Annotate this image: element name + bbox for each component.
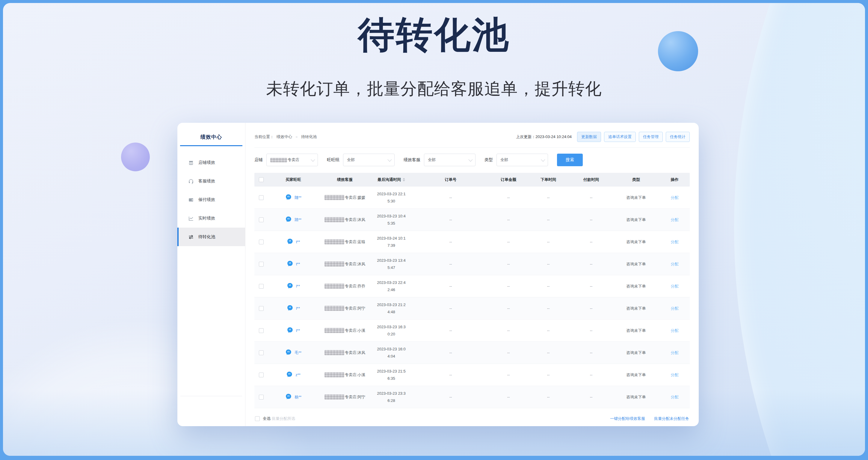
last-contact-time: 2023-03-23 16:04:04 [376,346,406,360]
chart-icon [188,216,194,221]
batch-assign-unassigned-link[interactable]: 批量分配未分配任务 [654,416,689,421]
wangwang-icon [286,371,293,379]
agent-name: 专卖店:小溪 [345,328,366,333]
agent-cell: 专卖店:沐风 [318,261,371,267]
row-checkbox[interactable] [259,395,264,399]
assign-link[interactable]: 分配 [671,306,679,311]
sidebar-item-payment-performance[interactable]: 催付绩效 [177,191,245,209]
buyer-link[interactable]: 杨** [285,393,302,401]
sort-icon[interactable] [403,178,405,182]
row-checkbox[interactable] [259,328,264,333]
order-time-cell-value: -- [547,372,550,377]
select-all-label[interactable]: 全选 [263,416,271,421]
search-button[interactable]: 搜索 [557,154,583,166]
table-row: t**专卖店:沐风2023-03-23 13:45:47--------咨询未下… [254,253,690,275]
pay-time-cell-value: -- [590,284,593,288]
breadcrumb-parent[interactable]: 绩效中心 [277,134,292,139]
filter-select-type[interactable]: 全部 [496,154,548,166]
type-value: 咨询未下单 [626,372,646,377]
chevron-down-icon [541,158,545,162]
type-cell: 咨询未下单 [613,261,659,267]
buyer-link[interactable]: z** [286,371,301,379]
page-subtitle: 未转化订单，批量分配给客服追单，提升转化 [3,78,865,100]
type-value: 咨询未下单 [626,328,646,333]
buyer-link[interactable]: 随** [285,194,302,201]
row-checkbox[interactable] [259,195,264,200]
buyer-link[interactable]: 毛** [285,349,302,356]
order-no-cell: -- [411,372,490,377]
filter-label-wangwang-group: 旺旺组 [327,157,339,163]
agent-name: 专卖店:沐风 [345,217,366,223]
column-header[interactable]: 最后沟通时间 [371,177,411,183]
action-cell: 分配 [659,306,690,311]
table-row: l**专卖店:阿宁2023-03-23 21:24:48--------咨询未下… [254,297,690,320]
order-amount-cell: -- [490,306,527,310]
order-no-cell-value: -- [450,284,452,288]
row-checkbox[interactable] [259,218,264,222]
type-cell: 咨询未下单 [613,217,659,223]
action-cell: 分配 [659,195,690,200]
task-statistics-button[interactable]: 任务统计 [666,132,690,142]
row-checkbox[interactable] [259,262,264,266]
censored-text [324,350,344,355]
row-checkbox[interactable] [259,372,264,377]
order-amount-cell-value: -- [507,328,510,333]
assign-to-agents-link[interactable]: 一键分配给绩效客服 [610,416,645,421]
assign-link[interactable]: 分配 [671,350,679,356]
wangwang-icon [287,260,293,268]
follow-up-script-settings-button[interactable]: 追单话术设置 [604,132,636,142]
sidebar-item-service-performance[interactable]: 客服绩效 [177,172,245,191]
buyer-cell: 踏** [268,216,318,223]
pay-time-cell-value: -- [590,218,593,222]
assign-link[interactable]: 分配 [671,394,679,400]
buyer-link[interactable]: t** [287,327,300,334]
sidebar-item-shop-performance[interactable]: 店铺绩效 [177,153,245,172]
buyer-cell: z** [268,371,318,379]
filter-group-service-agent: 绩效客服全部 [404,154,475,166]
assign-link[interactable]: 分配 [671,372,679,377]
row-checkbox[interactable] [259,239,264,244]
type-value: 咨询未下单 [626,350,646,356]
assign-link[interactable]: 分配 [671,195,679,200]
buyer-link[interactable]: l** [287,283,300,290]
batch-assign-selected[interactable]: 批量分配所选 [272,416,295,421]
buyer-link[interactable]: 踏** [285,216,302,223]
order-no-cell: -- [411,195,490,200]
assign-link[interactable]: 分配 [671,328,679,333]
column-header-label: 订单号 [445,177,457,183]
footer-right: 一键分配给绩效客服 批量分配未分配任务 [610,416,689,421]
row-checkbox[interactable] [259,284,264,289]
header-checkbox-cell[interactable] [254,177,268,182]
row-checkbox-cell [254,306,268,311]
sidebar-item-conversion-pool[interactable]: 待转化池 [177,228,245,246]
assign-link[interactable]: 分配 [671,284,679,289]
filter-select-service-agent[interactable]: 全部 [424,154,475,166]
sidebar-item-realtime-performance[interactable]: 实时绩效 [177,209,245,228]
filter-select-wangwang-group[interactable]: 全部 [343,154,395,166]
type-cell: 咨询未下单 [613,394,659,400]
buyer-link[interactable]: l** [287,304,300,312]
buyer-link[interactable]: t** [287,238,300,245]
assign-link[interactable]: 分配 [671,261,679,267]
task-management-button[interactable]: 任务管理 [639,132,663,142]
order-no-cell-value: -- [450,218,452,222]
pay-time-cell: -- [569,239,613,244]
header-checkbox[interactable] [259,177,264,182]
assign-link[interactable]: 分配 [671,217,679,223]
row-checkbox[interactable] [259,306,264,311]
refresh-data-button[interactable]: 更新数据 [577,132,601,142]
select-all-checkbox[interactable] [255,416,260,421]
order-time-cell: -- [527,306,569,310]
filter-select-shop[interactable]: 专卖店 [266,154,318,166]
row-checkbox-cell [254,372,268,377]
footer-left: 全选 批量分配所选 [255,416,295,421]
column-header-label: 买家旺旺 [285,177,301,183]
filter-label-shop: 店铺 [254,157,263,163]
agent-name: 专卖店:媛媛 [345,195,366,200]
row-checkbox[interactable] [259,351,264,355]
assign-link[interactable]: 分配 [671,239,679,245]
pay-time-cell: -- [569,262,613,266]
filter-value-wangwang-group: 全部 [347,157,355,163]
buyer-link[interactable]: t** [287,260,300,268]
filter-group-shop: 店铺专卖店 [254,154,318,166]
